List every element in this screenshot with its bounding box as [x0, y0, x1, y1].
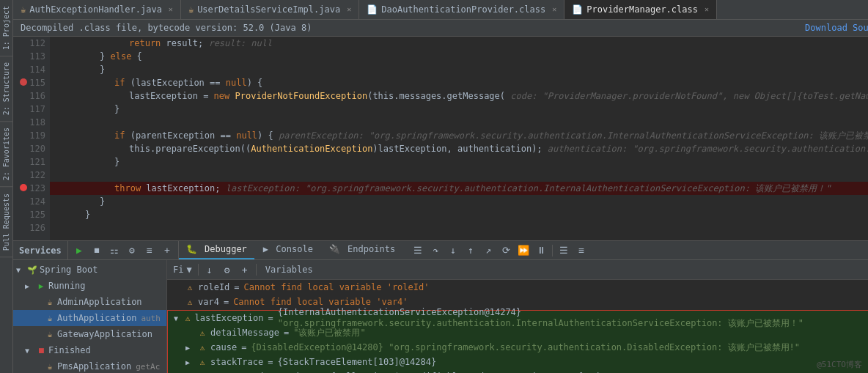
auth-app-icon: ☕: [44, 312, 56, 324]
tab-close-auth-exception[interactable]: ✕: [169, 5, 173, 13]
sort-btn[interactable]: ≡: [141, 243, 158, 259]
admin-app-label: AdminApplication: [57, 297, 142, 307]
var-icon-roleid: ⚠: [185, 283, 195, 292]
debug-mute-btn[interactable]: ⏩: [515, 243, 532, 259]
var-val-cause: {DisabledException@14280} "org.springfra…: [251, 341, 800, 354]
debug-resume-btn[interactable]: ☰: [410, 243, 426, 259]
var-name-roleid: roleId: [198, 282, 229, 292]
spring-boot-label: Spring Boot: [40, 265, 98, 275]
content-area: ☕ AuthExceptionHandler.java ✕ ☕ UserDeta…: [13, 0, 868, 373]
code-line-117: }: [50, 103, 868, 116]
endpoints-tab[interactable]: 🔌 Endpoints: [322, 241, 402, 259]
admin-app-icon: ☕: [44, 296, 56, 308]
tab-provider-manager[interactable]: 📄 ProviderManager.class ✕: [564, 0, 717, 19]
variables-list[interactable]: ⚠ roleId = Cannot find local variable 'r…: [167, 280, 868, 373]
class-file-icon: 📄: [367, 4, 378, 15]
sidebar-item-project[interactable]: 1: Project: [0, 0, 12, 56]
sidebar-item-favorites[interactable]: 2: Favorites: [0, 122, 12, 187]
tree-item-finished[interactable]: ▼ ⏹ Finished: [13, 342, 166, 358]
expand-arrow-running: ▶: [25, 282, 34, 290]
tab-close-provider-manager[interactable]: ✕: [705, 5, 709, 13]
code-line-122: [50, 169, 868, 182]
decompile-info: Decompiled .class file, bytecode version…: [21, 23, 312, 33]
tree-item-auth-app[interactable]: ▶ ☕ AuthApplication auth: [13, 310, 166, 326]
tab-bar: ☕ AuthExceptionHandler.java ✕ ☕ UserDeta…: [13, 0, 868, 20]
debug-more-btn[interactable]: ≡: [573, 243, 589, 259]
tab-user-details[interactable]: ☕ UserDetailsServiceImpl.java ✕: [181, 0, 359, 19]
console-tab[interactable]: ▶ Console: [256, 241, 320, 259]
tab-auth-exception[interactable]: ☕ AuthExceptionHandler.java ✕: [13, 0, 181, 19]
var-icon-cause: ⚠: [197, 343, 207, 352]
java-file-icon-2: ☕: [188, 4, 194, 15]
tab-label-3: DaoAuthenticationProvider.class: [381, 4, 545, 15]
code-line-123: throw lastException; lastException: "org…: [50, 182, 868, 195]
var-val-detail: "该账户已被禁用": [293, 327, 365, 339]
watermark: @51CTO博客: [817, 359, 862, 370]
debug-settings-btn[interactable]: ⏸: [533, 243, 549, 259]
code-editor[interactable]: 112 113 114 115 116: [13, 37, 868, 240]
var-row-last-exception[interactable]: ▼ ⚠ lastException = {InternalAuthenticat…: [168, 311, 868, 325]
arrow-admin: ▶: [34, 298, 43, 306]
tab-close-user-details[interactable]: ✕: [347, 5, 351, 13]
vars-filter-btn[interactable]: ⚙: [219, 262, 235, 278]
frame-selector[interactable]: Fi ▼: [170, 265, 195, 275]
endpoints-tab-icon: 🔌: [329, 244, 340, 254]
code-line-125: }: [50, 208, 868, 221]
run-btn[interactable]: ▶: [71, 243, 87, 259]
var-val-stacktrace: {StackTraceElement[103]@14284}: [277, 357, 436, 367]
var-row-suppressed[interactable]: ▶ ⚠ suppressedExceptions = {Collections$…: [168, 369, 868, 373]
tab-close-dao-auth[interactable]: ✕: [552, 5, 556, 13]
debug-step-over-btn[interactable]: ↷: [427, 243, 444, 259]
finished-label: Finished: [48, 345, 91, 355]
var-row-stacktrace[interactable]: ▶ ⚠ stackTrace = {StackTraceElement[103]…: [168, 355, 868, 369]
services-tree: ▼ 🌱 Spring Boot ▶ ▶ Running ▶ ☕ Admin: [13, 260, 167, 373]
arrow-pms: ▶: [34, 363, 43, 371]
gateway-app-label: GatewayApplication: [57, 329, 152, 339]
sidebar-item-pull-requests[interactable]: Pull Requests: [0, 188, 12, 257]
sidebar-item-structure[interactable]: 2: Structure: [0, 56, 12, 122]
frame-fi-label: Fi: [173, 265, 183, 275]
code-line-126: [50, 221, 868, 234]
code-line-121: }: [50, 155, 868, 169]
tree-item-running[interactable]: ▶ ▶ Running: [13, 278, 166, 294]
vars-add-btn[interactable]: +: [237, 262, 253, 278]
var-eq-var4: =: [224, 297, 229, 307]
vars-down-btn[interactable]: ↓: [202, 262, 218, 278]
debug-eval-btn[interactable]: ⟳: [498, 243, 514, 259]
var-expand-cause[interactable]: ▶: [185, 344, 194, 352]
debug-step-out-btn[interactable]: ↑: [463, 243, 479, 259]
tab-label: AuthExceptionHandler.java: [29, 4, 162, 15]
debug-run-cursor-btn[interactable]: ↗: [480, 243, 496, 259]
info-bar: Decompiled .class file, bytecode version…: [13, 20, 868, 37]
var-expand-last-exception[interactable]: ▼: [174, 314, 180, 322]
spring-boot-icon: 🌱: [26, 264, 38, 276]
auth-app-suffix: auth: [141, 314, 161, 323]
var-name-last-exception: lastException: [195, 313, 264, 323]
left-sidebar: 1: Project 2: Structure 2: Favorites Pul…: [0, 0, 13, 373]
var-row-cause[interactable]: ▶ ⚠ cause = {DisabledException@14280} "o…: [168, 340, 868, 355]
class-file-icon-2: 📄: [572, 4, 583, 15]
tree-item-pms-app[interactable]: ▶ ☕ PmsApplication getAc: [13, 358, 166, 373]
debug-step-into-btn[interactable]: ↓: [445, 243, 461, 259]
stop-all-btn[interactable]: ⏹: [89, 243, 105, 259]
console-tab-icon: ▶: [263, 244, 268, 254]
var-row-roleid[interactable]: ⚠ roleId = Cannot find local variable 'r…: [167, 280, 868, 295]
group-btn[interactable]: ⚏: [106, 243, 122, 259]
code-line-115: if (lastException == null) {: [50, 76, 868, 89]
debug-layout-btn[interactable]: ☰: [556, 243, 572, 259]
tree-item-admin-app[interactable]: ▶ ☕ AdminApplication: [13, 294, 166, 310]
filter-btn[interactable]: ⚙: [124, 243, 140, 259]
var-name-var4: var4: [198, 297, 219, 307]
download-sources-link[interactable]: Download Sources: [805, 23, 868, 33]
bp-115: [20, 76, 27, 89]
tree-item-gateway-app[interactable]: ▶ ☕ GatewayApplication: [13, 326, 166, 342]
debugger-tab[interactable]: 🐛 Debugger: [179, 241, 254, 259]
code-content[interactable]: return result; result: null } else { } i…: [50, 37, 868, 240]
var-expand-stacktrace[interactable]: ▶: [185, 358, 194, 366]
tree-item-spring-boot[interactable]: ▼ 🌱 Spring Boot: [13, 262, 166, 278]
console-tab-label: Console: [276, 244, 313, 254]
add-btn[interactable]: +: [159, 243, 175, 259]
java-file-icon: ☕: [21, 4, 26, 15]
var-name-stacktrace: stackTrace: [210, 357, 263, 367]
tab-dao-auth[interactable]: 📄 DaoAuthenticationProvider.class ✕: [359, 0, 564, 19]
